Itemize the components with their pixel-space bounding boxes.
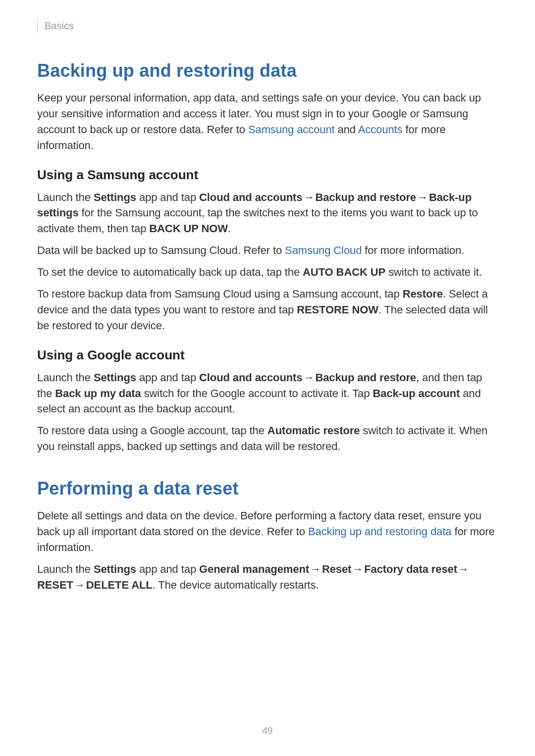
arrow-icon: → xyxy=(416,190,429,205)
reset-para-2: Launch the Settings app and tap General … xyxy=(37,561,498,593)
label-general-management: General management xyxy=(199,563,309,575)
arrow-icon: → xyxy=(73,577,86,593)
text: app and tap xyxy=(136,191,199,203)
intro-paragraph: Keep your personal information, app data… xyxy=(37,90,498,153)
text: Launch the xyxy=(37,563,94,575)
samsung-para-2: Data will be backed up to Samsung Cloud.… xyxy=(37,243,498,258)
label-back-up-my-data: Back up my data xyxy=(55,387,141,400)
section-heading-reset: Performing a data reset xyxy=(37,478,498,499)
arrow-icon: → xyxy=(302,190,315,205)
header-divider xyxy=(37,19,38,33)
section-heading-backup: Backing up and restoring data xyxy=(37,60,498,81)
text: for more information. xyxy=(362,244,464,256)
label-delete-all: DELETE ALL xyxy=(86,579,153,591)
arrow-icon: → xyxy=(457,561,470,577)
link-samsung-cloud[interactable]: Samsung Cloud xyxy=(285,244,362,256)
google-para-2: To restore data using a Google account, … xyxy=(37,423,498,454)
text: To restore data using a Google account, … xyxy=(37,424,268,437)
label-automatic-restore: Automatic restore xyxy=(268,424,360,437)
label-backup-restore: Backup and restore xyxy=(315,191,416,203)
text: switch to activate it. xyxy=(385,266,482,278)
link-samsung-account[interactable]: Samsung account xyxy=(248,123,335,136)
text: . xyxy=(228,222,231,235)
label-settings: Settings xyxy=(94,371,136,384)
text: To set the device to automatically back … xyxy=(37,266,303,278)
text: Launch the xyxy=(37,191,94,203)
text: app and tap xyxy=(136,371,199,384)
label-reset: Reset xyxy=(322,563,351,575)
link-backing-up[interactable]: Backing up and restoring data xyxy=(308,525,451,538)
label-reset-caps: RESET xyxy=(37,579,73,591)
text: Data will be backed up to Samsung Cloud.… xyxy=(37,244,285,256)
page-header: Basics xyxy=(37,19,498,33)
page-number: 49 xyxy=(0,725,535,736)
arrow-icon: → xyxy=(302,370,315,386)
label-cloud-accounts: Cloud and accounts xyxy=(199,191,302,203)
text: and xyxy=(335,123,358,136)
label-settings: Settings xyxy=(94,191,136,203)
subheading-samsung-account: Using a Samsung account xyxy=(37,167,498,183)
label-back-up-account: Back-up account xyxy=(373,387,460,400)
samsung-para-1: Launch the Settings app and tap Cloud an… xyxy=(37,190,498,237)
text: for the Samsung account, tap the switche… xyxy=(37,206,478,235)
arrow-icon: → xyxy=(351,561,364,577)
text: switch for the Google account to activat… xyxy=(141,387,373,400)
label-backup-restore: Backup and restore xyxy=(315,371,416,384)
label-back-up-now: BACK UP NOW xyxy=(149,222,228,235)
text: . The device automatically restarts. xyxy=(153,579,319,591)
text: To restore backup data from Samsung Clou… xyxy=(37,288,403,300)
arrow-icon: → xyxy=(309,561,322,577)
text: app and tap xyxy=(136,563,199,575)
label-restore-now: RESTORE NOW xyxy=(297,303,378,316)
breadcrumb: Basics xyxy=(45,20,74,32)
link-accounts[interactable]: Accounts xyxy=(358,123,403,136)
label-auto-back-up: AUTO BACK UP xyxy=(303,266,385,278)
label-restore: Restore xyxy=(403,288,443,300)
text: Launch the xyxy=(37,371,94,384)
label-settings: Settings xyxy=(94,563,136,575)
label-cloud-accounts: Cloud and accounts xyxy=(199,371,302,384)
samsung-para-4: To restore backup data from Samsung Clou… xyxy=(37,286,498,334)
google-para-1: Launch the Settings app and tap Cloud an… xyxy=(37,370,498,417)
samsung-para-3: To set the device to automatically back … xyxy=(37,264,498,280)
reset-para-1: Delete all settings and data on the devi… xyxy=(37,508,498,555)
label-factory-data-reset: Factory data reset xyxy=(364,563,457,575)
subheading-google-account: Using a Google account xyxy=(37,348,498,363)
